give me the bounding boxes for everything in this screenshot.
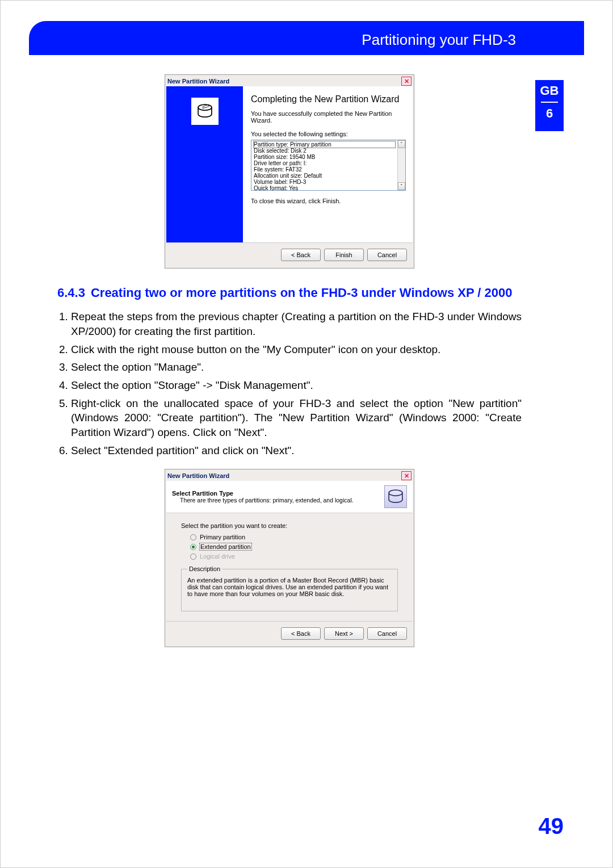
radio-label: Logical drive (200, 553, 235, 560)
cancel-button[interactable]: Cancel (367, 627, 407, 640)
wizard2-prompt: Select the partition you want to create: (181, 522, 398, 529)
wizard1-selected-intro: You selected the following settings: (251, 131, 406, 137)
cancel-button[interactable]: Cancel (367, 249, 407, 261)
wizard1-setting: File system: FAT32 (254, 166, 403, 173)
instruction-list: Repeat the steps from the previous chapt… (71, 309, 522, 458)
section-title: Creating two or more partitions on the F… (91, 286, 513, 300)
instruction-step: Click with the right mouse button on the… (71, 342, 522, 357)
radio-icon (190, 534, 196, 540)
instruction-step: Select "Extended partition" and click on… (71, 443, 522, 458)
instruction-step: Repeat the steps from the previous chapt… (71, 309, 522, 338)
disk-icon (191, 98, 219, 125)
radio-label: Extended partition (200, 543, 251, 550)
wizard1-settings-list[interactable]: Partition type: Primary partition Disk s… (251, 140, 406, 191)
back-button[interactable]: < Back (281, 627, 321, 640)
wizard1-setting: Volume label: FHD-3 (254, 179, 403, 185)
page-number: 49 (539, 814, 564, 839)
wizard1-heading: Completing the New Partition Wizard (251, 94, 406, 104)
instruction-step: Select the option "Storage" -> "Disk Man… (71, 378, 522, 393)
radio-logical: Logical drive (190, 553, 398, 560)
scroll-up-icon[interactable]: ˄ (398, 140, 405, 148)
wizard1-setting: Quick format: Yes (254, 185, 403, 191)
section-heading: 6.4.3 Creating two or more partitions on… (57, 286, 522, 300)
disk-icon (384, 485, 407, 508)
radio-primary[interactable]: Primary partition (190, 534, 398, 540)
instruction-step: Right-click on the unallocated space of … (71, 396, 522, 440)
description-legend: Description (187, 565, 222, 572)
instruction-step: Select the option "Manage". (71, 360, 522, 375)
wizard2-head-sub: There are three types of partitions: pri… (180, 497, 384, 504)
side-lang: GB (535, 83, 564, 98)
side-chapter: 6 (535, 106, 564, 121)
back-button[interactable]: < Back (281, 249, 321, 261)
radio-icon (190, 553, 196, 560)
description-box: Description An extended partition is a p… (181, 565, 398, 611)
close-icon[interactable]: ✕ (401, 77, 412, 86)
close-icon[interactable]: ✕ (401, 471, 412, 480)
wizard2-head-title: Select Partition Type (172, 490, 233, 497)
wizard1-setting: Disk selected: Disk 2 (254, 148, 403, 154)
wizard1-setting: Partition size: 19540 MB (254, 154, 403, 160)
scroll-down-icon[interactable]: ˅ (398, 182, 405, 190)
scrollbar[interactable]: ˄ ˅ (397, 140, 405, 190)
document-page: Partitioning your FHD-3 GB 6 New Partiti… (0, 0, 613, 868)
wizard1-close-msg: To close this wizard, click Finish. (251, 198, 406, 204)
wizard1-setting: Allocation unit size: Default (254, 173, 403, 179)
wizard1-setting: Partition type: Primary partition (254, 141, 395, 148)
wizard1-left-panel (166, 86, 243, 242)
wizard-completing: New Partition Wizard ✕ Completing the Ne… (165, 74, 414, 269)
page-header-title: Partitioning your FHD-3 (362, 31, 516, 49)
wizard1-setting: Drive letter or path: I: (254, 160, 403, 166)
radio-icon (190, 544, 196, 550)
finish-button[interactable]: Finish (324, 249, 364, 261)
side-badge: GB 6 (535, 80, 564, 131)
page-header: Partitioning your FHD-3 (29, 21, 584, 55)
next-button[interactable]: Next > (324, 627, 364, 640)
description-text: An extended partition is a portion of a … (187, 577, 392, 597)
wizard1-success: You have successfully completed the New … (251, 110, 406, 124)
radio-label: Primary partition (200, 534, 245, 540)
svg-point-0 (198, 104, 212, 110)
radio-extended[interactable]: Extended partition (190, 543, 398, 550)
wizard1-title: New Partition Wizard (167, 78, 401, 85)
section-number: 6.4.3 (57, 286, 85, 300)
svg-point-1 (389, 490, 402, 496)
wizard2-title: New Partition Wizard (167, 472, 401, 479)
wizard-select-type: New Partition Wizard ✕ Select Partition … (165, 469, 414, 647)
